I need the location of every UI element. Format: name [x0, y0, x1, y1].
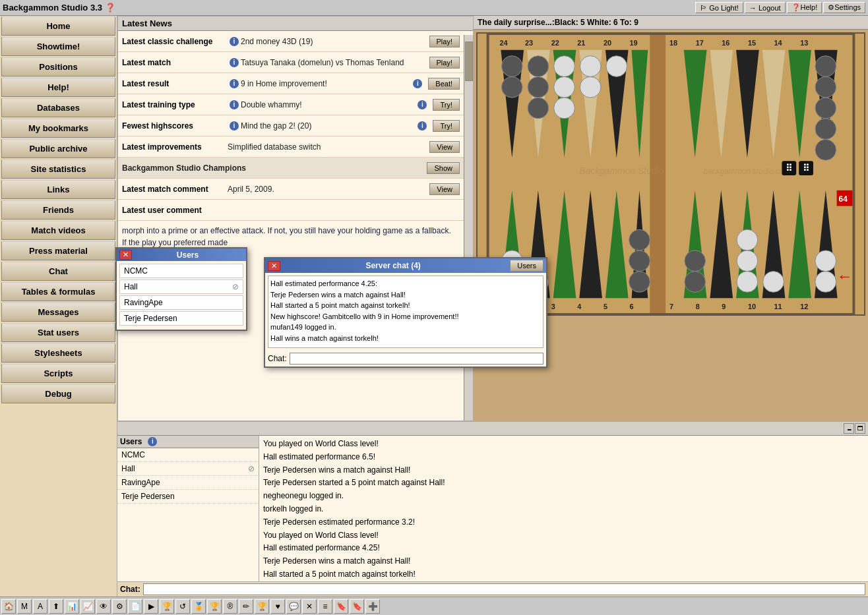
- chat-msg-2: Hall estimated performance 6.5!: [263, 451, 864, 464]
- toolbar-chart-icon[interactable]: 📊: [65, 599, 79, 614]
- toolbar-r-icon[interactable]: ®: [223, 599, 237, 614]
- toolbar-home-icon[interactable]: 🏠: [1, 599, 16, 614]
- toolbar-graph-icon[interactable]: 📈: [80, 599, 95, 614]
- toolbar-play-icon[interactable]: ▶: [144, 599, 158, 614]
- sidebar-item-databases[interactable]: Databases: [1, 98, 115, 117]
- sidebar-item-site-statistics[interactable]: Site statistics: [1, 160, 115, 179]
- sidebar-item-public-archive[interactable]: Public archive: [1, 139, 115, 158]
- toolbar-upload-icon[interactable]: ⬆: [49, 599, 63, 614]
- info-icon-match[interactable]: i: [230, 58, 239, 67]
- users-popup-close[interactable]: ✕: [119, 250, 132, 260]
- sidebar-item-stat-users[interactable]: Stat users: [1, 323, 115, 342]
- maximize-controls: 🗕 🗖: [844, 423, 865, 434]
- toolbar-eye-icon[interactable]: 👁: [96, 599, 111, 614]
- show-champions-button[interactable]: Show: [427, 162, 460, 174]
- news-value-highscore: Mind the gap 2! (20): [241, 121, 416, 131]
- info-icon-training[interactable]: i: [230, 100, 239, 109]
- logout-button[interactable]: → Logout: [745, 2, 786, 13]
- toolbar-bookmark-icon[interactable]: 🔖: [334, 599, 348, 614]
- server-chat-input[interactable]: [290, 353, 543, 365]
- article-text: morph into a prime or an effective attac…: [122, 225, 460, 249]
- toolbar-list-icon[interactable]: ≡: [318, 599, 332, 614]
- info-icon-classic[interactable]: i: [230, 37, 239, 46]
- toolbar-trophy3-icon[interactable]: 🏆: [255, 599, 269, 614]
- svg-point-66: [815, 139, 836, 160]
- server-msg-3: Hall started a 5 point match against tor…: [270, 300, 541, 311]
- play-classic-button[interactable]: Play!: [429, 36, 460, 47]
- toolbar-m-icon[interactable]: M: [17, 599, 32, 614]
- view-match-comment-button[interactable]: View: [429, 183, 460, 195]
- maximize-button[interactable]: 🗖: [855, 423, 865, 434]
- toolbar-a-icon[interactable]: A: [33, 599, 47, 614]
- sidebar-item-home[interactable]: Home: [1, 16, 115, 36]
- sidebar-item-stylesheets[interactable]: Stylesheets: [1, 343, 115, 363]
- sidebar-item-showtime[interactable]: Showtime!: [1, 37, 115, 56]
- sidebar-item-links[interactable]: Links: [1, 180, 115, 199]
- sidebar-item-help[interactable]: Help!: [1, 78, 115, 97]
- news-value-training: Double whammy!: [241, 100, 416, 109]
- chat-msg-6: torkelh logged in.: [263, 503, 864, 516]
- info-icon-result[interactable]: i: [230, 79, 239, 88]
- sidebar-item-positions[interactable]: Positions: [1, 57, 115, 76]
- sidebar-item-my-bookmarks[interactable]: My bookmarks: [1, 119, 115, 138]
- toolbar-bookmark2-icon[interactable]: 🔖: [350, 599, 364, 614]
- toolbar-add-icon[interactable]: ➕: [365, 599, 380, 614]
- beat-button[interactable]: Beat!: [428, 78, 460, 90]
- svg-point-58: [554, 98, 575, 119]
- info-icon-highscore2[interactable]: i: [418, 121, 427, 131]
- svg-point-76: [737, 250, 758, 272]
- news-row-classic: Latest classic challenge i 2nd money 43D…: [118, 31, 464, 52]
- server-chat-log[interactable]: Hall estimated performance 4.25: Terje P…: [268, 276, 543, 348]
- view-improvements-button[interactable]: View: [429, 141, 460, 153]
- help-icon[interactable]: ❓: [105, 3, 115, 13]
- info-icon-training2[interactable]: i: [418, 100, 427, 109]
- help-button[interactable]: ❓Help!: [787, 2, 822, 13]
- chat-input-row: Chat:: [117, 581, 868, 597]
- toolbar-doc-icon[interactable]: 📄: [128, 599, 142, 614]
- server-chat-close[interactable]: ✕: [268, 261, 280, 271]
- chat-msg-11: Hall started a 5 point match against tor…: [263, 568, 864, 581]
- chat-log[interactable]: You played on World Class level! Hall es…: [259, 436, 868, 581]
- sidebar-item-press-material[interactable]: Press material: [1, 241, 115, 260]
- minimize-button[interactable]: 🗕: [844, 423, 854, 434]
- info-icon-highscore[interactable]: i: [230, 121, 239, 131]
- play-match-button[interactable]: Play!: [429, 57, 460, 69]
- user-name-terje: Terje Pedersen: [121, 492, 175, 501]
- toolbar-heart-icon[interactable]: ♥: [270, 599, 285, 614]
- toolbar-close-icon[interactable]: ✕: [302, 599, 317, 614]
- try-highscore-button[interactable]: Try!: [433, 120, 460, 132]
- sidebar-item-tables-formulas[interactable]: Tables & formulas: [1, 282, 115, 301]
- toolbar-edit-icon[interactable]: ✏: [239, 599, 253, 614]
- server-chat-users-button[interactable]: Users: [510, 260, 543, 272]
- toolbar-medal-icon[interactable]: 🏅: [191, 599, 206, 614]
- go-light-button[interactable]: 🏳 Go Light!: [695, 2, 743, 13]
- sidebar-item-messages[interactable]: Messages: [1, 303, 115, 322]
- sidebar-item-chat[interactable]: Chat: [1, 262, 115, 281]
- users-info-icon[interactable]: i: [148, 437, 157, 446]
- svg-text:10: 10: [748, 303, 756, 310]
- user-row-ravingape: RavingApe: [117, 476, 259, 490]
- sidebar-item-scripts[interactable]: Scripts: [1, 364, 115, 383]
- chat-label: Chat:: [120, 585, 140, 594]
- svg-point-51: [501, 56, 522, 77]
- board-title: The daily surprise...:Black: 5 White: 6 …: [474, 16, 868, 30]
- try-training-button[interactable]: Try!: [433, 99, 460, 111]
- toolbar-gear-icon[interactable]: ⚙: [112, 599, 127, 614]
- svg-point-52: [501, 76, 522, 98]
- sidebar-item-friends[interactable]: Friends: [1, 200, 115, 220]
- titlebar-buttons: 🏳 Go Light! → Logout ❓Help! ⚙Settings: [695, 2, 865, 13]
- toolbar-refresh-icon[interactable]: ↺: [175, 599, 190, 614]
- toolbar-chat-icon[interactable]: 💬: [286, 599, 301, 614]
- svg-point-56: [554, 56, 575, 77]
- settings-button[interactable]: ⚙Settings: [823, 2, 865, 13]
- toolbar-trophy2-icon[interactable]: 🏆: [207, 599, 222, 614]
- svg-point-79: [815, 272, 836, 293]
- toolbar-trophy-icon[interactable]: 🏆: [160, 599, 174, 614]
- scrollbar-thumb[interactable]: [465, 42, 473, 81]
- sidebar-item-debug[interactable]: Debug: [1, 384, 115, 403]
- info-icon-result2[interactable]: i: [413, 79, 422, 88]
- popup-user-ravingape: RavingApe: [119, 295, 243, 310]
- sidebar-item-match-videos[interactable]: Match videos: [1, 221, 115, 240]
- news-row-training: Latest training type i Double whammy! i …: [118, 94, 464, 115]
- chat-input[interactable]: [143, 583, 865, 595]
